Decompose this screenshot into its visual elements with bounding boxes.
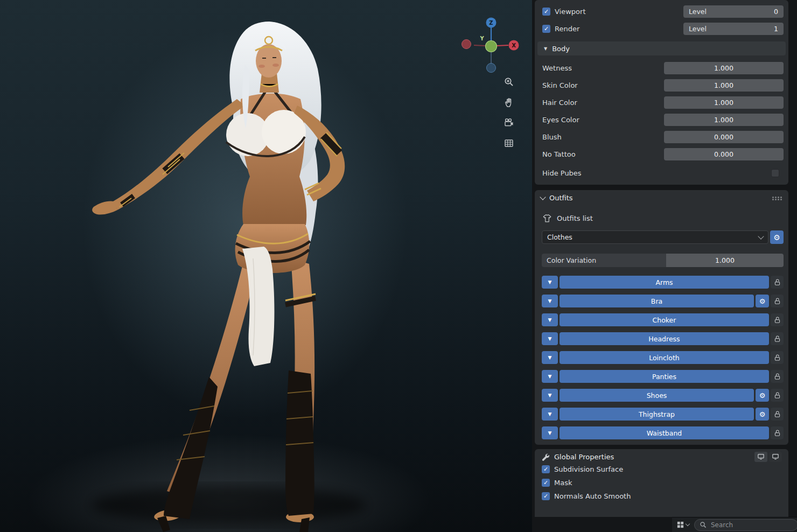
- render-label: Render: [555, 25, 679, 33]
- render-display-icon[interactable]: [769, 452, 782, 462]
- navigation-gizmo[interactable]: Z X Y: [458, 14, 523, 79]
- pan-hand-icon[interactable]: [500, 94, 518, 110]
- color-variation-slider[interactable]: Color Variation 1.000: [542, 254, 784, 267]
- skin-color-row: Skin Color 1.000: [542, 79, 784, 92]
- subdivision-surface-row: ✓ Subdivision Surface: [542, 464, 782, 474]
- unlock-icon[interactable]: [771, 313, 784, 326]
- viewport-level-field[interactable]: Level 0: [683, 5, 784, 18]
- gizmo-z-label: Z: [489, 20, 493, 26]
- orthographic-grid-icon[interactable]: [500, 135, 518, 151]
- expand-triangle-icon[interactable]: ▼: [542, 408, 558, 421]
- expand-triangle-icon[interactable]: ▼: [542, 332, 558, 345]
- expand-triangle-icon[interactable]: ▼: [542, 426, 558, 439]
- hair-color-slider[interactable]: 1.000: [664, 96, 784, 109]
- gizmo-z-neg-axis: [487, 64, 496, 73]
- search-box[interactable]: [694, 519, 797, 531]
- gear-icon[interactable]: ⚙: [756, 389, 769, 402]
- panel-grip-handle[interactable]: [772, 197, 774, 198]
- wrench-icon: [541, 453, 549, 461]
- mask-checkbox[interactable]: ✓: [542, 479, 550, 487]
- gear-icon: ⚙: [773, 233, 780, 242]
- outfit-row-arms: ▼ Arms: [542, 276, 784, 289]
- outfit-toggle-thighstrap[interactable]: Thighstrap: [560, 408, 754, 421]
- outfit-toggle-arms[interactable]: Arms: [560, 276, 769, 289]
- gear-icon[interactable]: ⚙: [756, 408, 769, 421]
- expand-triangle-icon[interactable]: ▼: [542, 313, 558, 326]
- outfit-row-waistband: ▼ Waistband: [542, 426, 784, 439]
- viewport-tools: [500, 73, 518, 151]
- normals-auto-smooth-checkbox[interactable]: ✓: [542, 492, 550, 500]
- wetness-slider[interactable]: 1.000: [664, 62, 784, 74]
- outfit-row-thighstrap: ▼ Thighstrap ⚙: [542, 408, 784, 421]
- subdivision-surface-checkbox[interactable]: ✓: [542, 465, 550, 473]
- render-checkbox[interactable]: ✓: [542, 25, 550, 33]
- editor-grid-icon: [676, 521, 684, 529]
- gear-icon[interactable]: ⚙: [756, 295, 769, 307]
- 3d-viewport[interactable]: Z X Y: [0, 0, 532, 532]
- expand-triangle-icon[interactable]: ▼: [542, 295, 558, 307]
- no-tattoo-row: No Tattoo 0.000: [542, 148, 784, 160]
- wetness-row: Wetness 1.000: [542, 62, 784, 74]
- outfit-toggle-headress[interactable]: Headress: [560, 332, 769, 345]
- outfit-toggle-waistband[interactable]: Waistband: [560, 426, 769, 439]
- outfits-list-label-row: Outfits list: [542, 213, 784, 223]
- chevron-down-icon: [540, 194, 546, 200]
- render-level-field[interactable]: Level 1: [683, 23, 784, 35]
- gizmo-y-axis: [486, 41, 497, 52]
- outfits-panel-header[interactable]: Outfits: [535, 190, 788, 205]
- unlock-icon[interactable]: [771, 332, 784, 345]
- sidebar-n-panel: ✓ Viewport Level 0 ✓ Render Level 1 ▼ Bo…: [532, 0, 797, 517]
- outfit-settings-button[interactable]: ⚙: [770, 230, 784, 244]
- gizmo-x-label: X: [512, 43, 516, 48]
- search-icon: [700, 521, 707, 528]
- editor-type-button[interactable]: [675, 520, 691, 530]
- outfit-row-headress: ▼ Headress: [542, 332, 784, 345]
- global-properties-header[interactable]: Global Properties: [535, 449, 788, 464]
- expand-triangle-icon[interactable]: ▼: [542, 276, 558, 289]
- unlock-icon[interactable]: [771, 370, 784, 383]
- hide-pubes-row: Hide Pubes: [542, 167, 784, 179]
- expand-triangle-icon[interactable]: ▼: [542, 370, 558, 383]
- gizmo-y-label: Y: [479, 36, 484, 41]
- outfit-toggle-shoes[interactable]: Shoes: [560, 389, 754, 402]
- viewport-label: Viewport: [555, 8, 679, 16]
- search-input[interactable]: [710, 521, 793, 529]
- eyes-color-slider[interactable]: 1.000: [664, 114, 784, 126]
- unlock-icon[interactable]: [771, 295, 784, 307]
- outfit-toggle-choker[interactable]: Choker: [560, 313, 769, 326]
- unlock-icon[interactable]: [771, 408, 784, 421]
- global-properties-title: Global Properties: [554, 453, 614, 461]
- viewport-display-row: ✓ Viewport Level 0: [542, 5, 784, 18]
- outfit-toggle-loincloth[interactable]: Loincloth: [560, 351, 769, 364]
- outfit-select-row: Clothes ⚙: [542, 230, 784, 244]
- render-display-row: ✓ Render Level 1: [542, 23, 784, 35]
- outfit-toggle-panties[interactable]: Panties: [560, 370, 769, 383]
- chevron-down-icon: [758, 233, 764, 239]
- outfit-toggle-bra[interactable]: Bra: [560, 295, 754, 307]
- blush-row: Blush 0.000: [542, 131, 784, 143]
- body-section-header[interactable]: ▼ Body: [537, 41, 786, 55]
- unlock-icon[interactable]: [771, 426, 784, 439]
- gizmo-x-neg-axis: [462, 40, 471, 49]
- zoom-icon[interactable]: [500, 73, 518, 90]
- camera-view-icon[interactable]: [500, 114, 518, 131]
- no-tattoo-slider[interactable]: 0.000: [664, 148, 784, 160]
- outfit-dropdown[interactable]: Clothes: [542, 230, 768, 244]
- unlock-icon[interactable]: [771, 276, 784, 289]
- blender-window: Z X Y: [0, 0, 797, 532]
- blush-slider[interactable]: 0.000: [664, 131, 784, 143]
- mask-row: ✓ Mask: [542, 478, 782, 487]
- hide-pubes-checkbox[interactable]: [771, 169, 779, 177]
- skin-color-slider[interactable]: 1.000: [664, 79, 784, 92]
- viewport-display-icon[interactable]: [754, 452, 767, 462]
- unlock-icon[interactable]: [771, 389, 784, 402]
- character-render: [0, 0, 532, 532]
- expand-triangle-icon[interactable]: ▼: [542, 389, 558, 402]
- viewport-checkbox[interactable]: ✓: [542, 8, 550, 16]
- outfit-row-loincloth: ▼ Loincloth: [542, 351, 784, 364]
- chevron-down-icon: [686, 522, 690, 526]
- unlock-icon[interactable]: [771, 351, 784, 364]
- outfit-list: ▼ Arms ▼ Bra ⚙ ▼ Choker: [542, 276, 784, 439]
- body-section-title: Body: [552, 45, 570, 53]
- expand-triangle-icon[interactable]: ▼: [542, 351, 558, 364]
